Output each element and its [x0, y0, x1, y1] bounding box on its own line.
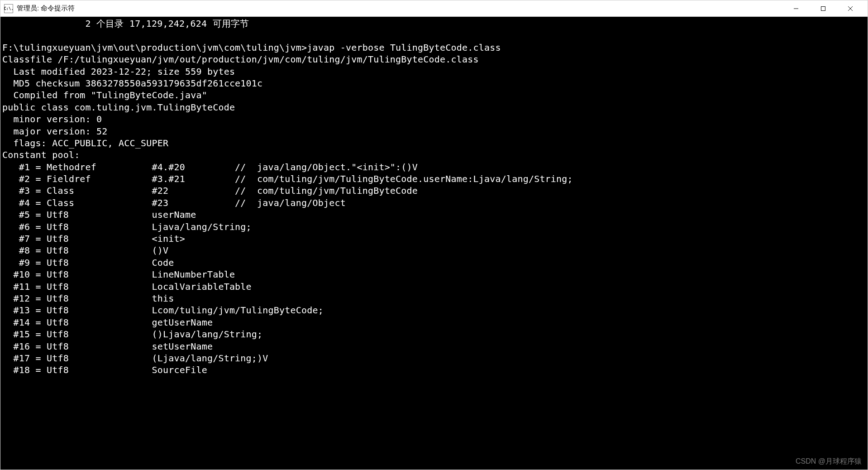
minimize-button[interactable]	[782, 0, 810, 17]
prompt-line: F:\tulingxueyuan\jvm\out\production\jvm\…	[2, 42, 501, 53]
title-bar[interactable]: C:\. 管理员: 命令提示符	[0, 0, 868, 17]
pool-entry: #11 = Utf8 LocalVariableTable	[2, 281, 252, 292]
cmd-window: C:\. 管理员: 命令提示符 2 个目录 17,129,242,624 可用字…	[0, 0, 868, 470]
svg-rect-1	[821, 7, 825, 11]
classfile-line: Classfile /F:/tulingxueyuan/jvm/out/prod…	[2, 54, 479, 65]
pool-entry: #1 = Methodref #4.#20 // java/lang/Objec…	[2, 162, 418, 173]
dir-summary-line: 2 个目录 17,129,242,624 可用字节	[2, 18, 249, 29]
flags-line: flags: ACC_PUBLIC, ACC_SUPER	[2, 138, 168, 149]
close-button[interactable]	[837, 0, 864, 17]
prompt-path: F:\tulingxueyuan\jvm\out\production\jvm\…	[2, 42, 307, 53]
maximize-button[interactable]	[810, 0, 837, 17]
major-version-line: major version: 52	[2, 126, 108, 137]
pool-entry: #18 = Utf8 SourceFile	[2, 364, 207, 375]
pool-entry: #2 = Fieldref #3.#21 // com/tuling/jvm/T…	[2, 173, 573, 184]
pool-entry: #10 = Utf8 LineNumberTable	[2, 269, 235, 280]
pool-entry: #7 = Utf8 <init>	[2, 233, 185, 244]
compiled-from-line: Compiled from "TulingByteCode.java"	[2, 90, 207, 101]
last-modified-line: Last modified 2023-12-22; size 559 bytes	[2, 66, 235, 77]
window-title: 管理员: 命令提示符	[17, 4, 782, 13]
pool-entry: #17 = Utf8 (Ljava/lang/String;)V	[2, 353, 268, 364]
pool-entry: #6 = Utf8 Ljava/lang/String;	[2, 221, 252, 232]
pool-entry: #4 = Class #23 // java/lang/Object	[2, 197, 346, 208]
minor-version-line: minor version: 0	[2, 114, 102, 125]
window-controls	[782, 0, 864, 16]
terminal-output[interactable]: 2 个目录 17,129,242,624 可用字节 F:\tulingxueyu…	[0, 17, 868, 470]
pool-entry: #5 = Utf8 userName	[2, 209, 196, 220]
pool-entry: #16 = Utf8 setUserName	[2, 341, 213, 352]
pool-entry: #14 = Utf8 getUserName	[2, 317, 213, 328]
command-text: javap -verbose TulingByteCode.class	[307, 42, 501, 53]
class-decl-line: public class com.tuling.jvm.TulingByteCo…	[2, 102, 235, 113]
constant-pool-header: Constant pool:	[2, 149, 80, 160]
md5-line: MD5 checksum 3863278550a593179635df261cc…	[2, 78, 262, 89]
pool-entry: #3 = Class #22 // com/tuling/jvm/TulingB…	[2, 185, 418, 196]
pool-entry: #12 = Utf8 this	[2, 293, 174, 304]
pool-entry: #13 = Utf8 Lcom/tuling/jvm/TulingByteCod…	[2, 305, 324, 316]
pool-entry: #15 = Utf8 ()Ljava/lang/String;	[2, 329, 262, 340]
cmd-icon: C:\.	[4, 4, 13, 13]
pool-entry: #8 = Utf8 ()V	[2, 245, 168, 256]
pool-entry: #9 = Utf8 Code	[2, 257, 174, 268]
